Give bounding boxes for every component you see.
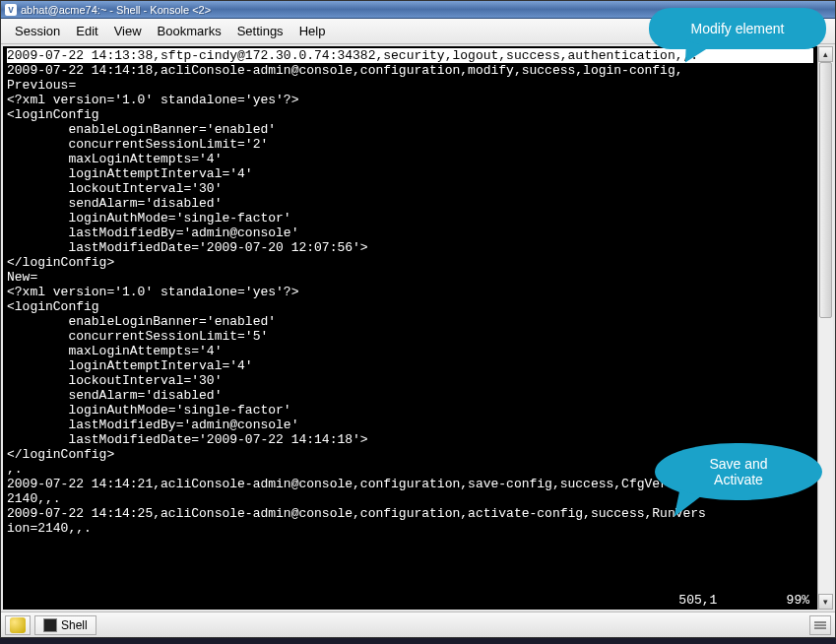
menu-view[interactable]: View [106, 21, 150, 41]
callout-save-text: Save and Activate [709, 456, 767, 487]
terminal-line: maxLoginAttempts='4' [7, 344, 813, 358]
terminal-line: </loginConfig> [7, 255, 813, 270]
terminal-output[interactable]: 2009-07-22 14:13:38,sftp-cindy@172.30.0.… [3, 46, 817, 610]
terminal-line: New= [7, 270, 813, 285]
menu-bookmarks[interactable]: Bookmarks [150, 21, 229, 41]
scroll-thumb[interactable] [819, 62, 832, 318]
terminal-line: loginAttemptInterval='4' [7, 166, 813, 181]
terminal-line: Previous= [7, 78, 813, 93]
editor-status: 505,1 99% [678, 593, 809, 608]
terminal-line: maxLoginAttempts='4' [7, 152, 813, 166]
scroll-down-icon[interactable]: ▾ [818, 594, 833, 610]
terminal-line: ion=2140,,. [7, 521, 813, 536]
terminal-line: lastModifiedDate='2009-07-22 14:14:18'> [7, 432, 813, 447]
session-taskbar: Shell [1, 612, 835, 637]
terminal-line: loginAttemptInterval='4' [7, 358, 813, 373]
scroll-track[interactable] [818, 62, 833, 594]
menu-grip-icon [813, 620, 827, 630]
desktop-strip [0, 638, 836, 644]
terminal-line: lastModifiedBy='admin@console' [7, 418, 813, 432]
svg-rect-0 [814, 621, 826, 623]
terminal-line: loginAuthMode='single-factor' [7, 403, 813, 418]
tab-shell[interactable]: Shell [34, 615, 96, 635]
scroll-percent: 99% [787, 593, 809, 608]
terminal-line: sendAlarm='disabled' [7, 388, 813, 403]
scroll-up-icon[interactable]: ▴ [818, 46, 833, 62]
konsole-window: v abhat@acme74:~ - Shell - Konsole <2> S… [0, 0, 836, 638]
terminal-wrapper: 2009-07-22 14:13:38,sftp-cindy@172.30.0.… [1, 44, 835, 612]
tab-shell-label: Shell [61, 618, 88, 632]
menu-session[interactable]: Session [7, 21, 68, 41]
window-menu-icon[interactable]: v [5, 4, 17, 16]
terminal-line: lastModifiedBy='admin@console' [7, 225, 813, 240]
menu-help[interactable]: Help [291, 21, 334, 41]
terminal-line: lockoutInterval='30' [7, 373, 813, 388]
menu-edit[interactable]: Edit [68, 21, 105, 41]
shell-icon [43, 618, 57, 632]
terminal-line: enableLoginBanner='enabled' [7, 314, 813, 329]
terminal-line: lockoutInterval='30' [7, 181, 813, 196]
callout-modify: Modify element [649, 8, 826, 49]
terminal-line: <loginConfig [7, 299, 813, 314]
svg-rect-2 [814, 627, 826, 629]
new-session-icon [10, 617, 26, 633]
terminal-line: lastModifiedDate='2009-07-20 12:07:56'> [7, 240, 813, 255]
terminal-line: <?xml version='1.0' standalone='yes'?> [7, 285, 813, 299]
svg-rect-1 [814, 624, 826, 626]
terminal-line: concurrentSessionLimit='2' [7, 137, 813, 152]
session-menu-button[interactable] [809, 615, 831, 635]
terminal-line: concurrentSessionLimit='5' [7, 329, 813, 344]
callout-modify-text: Modify element [691, 21, 785, 36]
vertical-scrollbar[interactable]: ▴ ▾ [817, 46, 833, 610]
menu-settings[interactable]: Settings [229, 21, 291, 41]
terminal-line: <?xml version='1.0' standalone='yes'?> [7, 93, 813, 107]
terminal-line: <loginConfig [7, 107, 813, 122]
new-session-button[interactable] [5, 615, 31, 635]
cursor-position: 505,1 [678, 593, 717, 608]
terminal-line: enableLoginBanner='enabled' [7, 122, 813, 137]
window-title: abhat@acme74:~ - Shell - Konsole <2> [21, 4, 211, 16]
terminal-line: sendAlarm='disabled' [7, 196, 813, 211]
terminal-line: loginAuthMode='single-factor' [7, 211, 813, 225]
callout-save: Save and Activate [655, 443, 822, 500]
